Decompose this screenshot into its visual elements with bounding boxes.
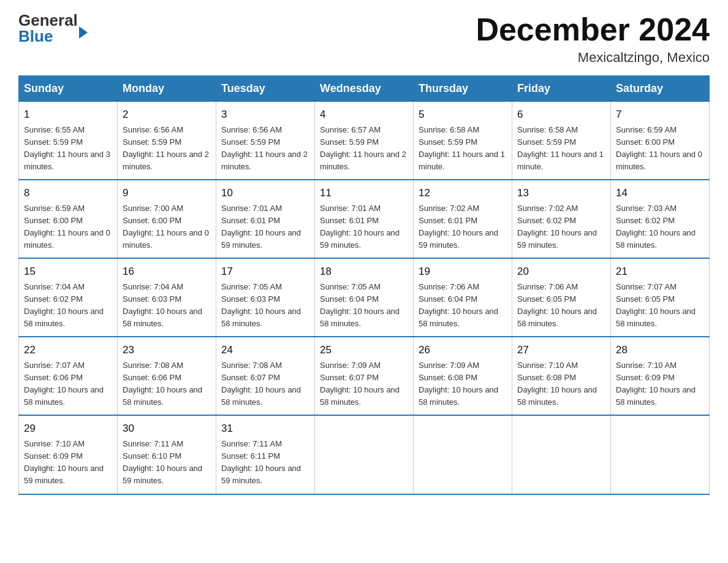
day-number: 18 (320, 264, 408, 280)
calendar-cell: 9Sunrise: 7:00 AMSunset: 6:00 PMDaylight… (118, 180, 216, 258)
header-saturday: Saturday (611, 76, 710, 102)
calendar-cell (611, 415, 710, 494)
calendar-cell: 6Sunrise: 6:58 AMSunset: 5:59 PMDaylight… (512, 102, 611, 180)
logo-general-text: General (18, 12, 78, 28)
header-sunday: Sunday (19, 76, 118, 102)
day-info: Sunrise: 7:06 AMSunset: 6:04 PMDaylight:… (419, 281, 507, 331)
calendar-week-2: 8Sunrise: 6:59 AMSunset: 6:00 PMDaylight… (19, 180, 710, 258)
calendar-cell: 25Sunrise: 7:09 AMSunset: 6:07 PMDayligh… (315, 337, 414, 415)
calendar-cell: 5Sunrise: 6:58 AMSunset: 5:59 PMDaylight… (414, 102, 512, 180)
day-number: 10 (221, 185, 309, 201)
day-number: 27 (517, 342, 605, 358)
header-tuesday: Tuesday (216, 76, 315, 102)
day-info: Sunrise: 7:07 AMSunset: 6:06 PMDaylight:… (24, 359, 112, 409)
calendar-cell: 30Sunrise: 7:11 AMSunset: 6:10 PMDayligh… (118, 415, 216, 494)
day-info: Sunrise: 6:56 AMSunset: 5:59 PMDaylight:… (123, 124, 211, 174)
day-number: 15 (24, 264, 112, 280)
day-number: 31 (221, 421, 309, 437)
day-number: 2 (123, 107, 211, 123)
page-header: General Blue December 2024 Mexicaltzingo… (18, 12, 710, 66)
day-number: 28 (616, 342, 704, 358)
day-info: Sunrise: 7:09 AMSunset: 6:08 PMDaylight:… (419, 359, 507, 409)
day-info: Sunrise: 7:04 AMSunset: 6:02 PMDaylight:… (24, 281, 112, 331)
calendar-cell: 10Sunrise: 7:01 AMSunset: 6:01 PMDayligh… (216, 180, 315, 258)
month-title: December 2024 (476, 12, 710, 47)
header-thursday: Thursday (414, 76, 512, 102)
day-number: 4 (320, 107, 408, 123)
calendar-cell: 29Sunrise: 7:10 AMSunset: 6:09 PMDayligh… (19, 415, 118, 494)
calendar-cell: 15Sunrise: 7:04 AMSunset: 6:02 PMDayligh… (19, 258, 118, 337)
header-monday: Monday (118, 76, 216, 102)
calendar-cell: 2Sunrise: 6:56 AMSunset: 5:59 PMDaylight… (118, 102, 216, 180)
calendar-cell: 18Sunrise: 7:05 AMSunset: 6:04 PMDayligh… (315, 258, 414, 337)
calendar-week-5: 29Sunrise: 7:10 AMSunset: 6:09 PMDayligh… (19, 415, 710, 494)
calendar-cell: 3Sunrise: 6:56 AMSunset: 5:59 PMDaylight… (216, 102, 315, 180)
day-number: 24 (221, 342, 309, 358)
logo-blue-text: Blue (18, 28, 78, 44)
day-info: Sunrise: 6:55 AMSunset: 5:59 PMDaylight:… (24, 124, 112, 174)
day-info: Sunrise: 7:01 AMSunset: 6:01 PMDaylight:… (320, 202, 408, 252)
day-info: Sunrise: 7:02 AMSunset: 6:01 PMDaylight:… (419, 202, 507, 252)
calendar-week-3: 15Sunrise: 7:04 AMSunset: 6:02 PMDayligh… (19, 258, 710, 337)
day-number: 17 (221, 264, 309, 280)
day-info: Sunrise: 7:08 AMSunset: 6:06 PMDaylight:… (123, 359, 211, 409)
day-info: Sunrise: 7:06 AMSunset: 6:05 PMDaylight:… (517, 281, 605, 331)
logo-arrow-icon (79, 26, 88, 39)
day-info: Sunrise: 6:56 AMSunset: 5:59 PMDaylight:… (221, 124, 309, 174)
calendar-week-4: 22Sunrise: 7:07 AMSunset: 6:06 PMDayligh… (19, 337, 710, 415)
calendar-cell (315, 415, 414, 494)
header-wednesday: Wednesday (315, 76, 414, 102)
day-number: 19 (419, 264, 507, 280)
calendar-cell: 31Sunrise: 7:11 AMSunset: 6:11 PMDayligh… (216, 415, 315, 494)
day-info: Sunrise: 7:03 AMSunset: 6:02 PMDaylight:… (616, 202, 704, 252)
day-number: 22 (24, 342, 112, 358)
calendar-cell (512, 415, 611, 494)
calendar-cell: 4Sunrise: 6:57 AMSunset: 5:59 PMDaylight… (315, 102, 414, 180)
calendar-cell: 19Sunrise: 7:06 AMSunset: 6:04 PMDayligh… (414, 258, 512, 337)
calendar-cell: 17Sunrise: 7:05 AMSunset: 6:03 PMDayligh… (216, 258, 315, 337)
day-number: 25 (320, 342, 408, 358)
day-info: Sunrise: 6:59 AMSunset: 6:00 PMDaylight:… (616, 124, 704, 174)
calendar-cell: 11Sunrise: 7:01 AMSunset: 6:01 PMDayligh… (315, 180, 414, 258)
calendar-cell: 12Sunrise: 7:02 AMSunset: 6:01 PMDayligh… (414, 180, 512, 258)
day-number: 6 (517, 107, 605, 123)
title-section: December 2024 Mexicaltzingo, Mexico (476, 12, 710, 66)
logo-text: General Blue (18, 12, 78, 44)
calendar-cell (414, 415, 512, 494)
day-number: 16 (123, 264, 211, 280)
day-number: 1 (24, 107, 112, 123)
day-info: Sunrise: 7:04 AMSunset: 6:03 PMDaylight:… (123, 281, 211, 331)
calendar-cell: 16Sunrise: 7:04 AMSunset: 6:03 PMDayligh… (118, 258, 216, 337)
day-number: 29 (24, 421, 112, 437)
day-info: Sunrise: 7:07 AMSunset: 6:05 PMDaylight:… (616, 281, 704, 331)
day-info: Sunrise: 7:11 AMSunset: 6:10 PMDaylight:… (123, 438, 211, 488)
day-info: Sunrise: 6:59 AMSunset: 6:00 PMDaylight:… (24, 202, 112, 252)
calendar-cell: 7Sunrise: 6:59 AMSunset: 6:00 PMDaylight… (611, 102, 710, 180)
calendar-cell: 27Sunrise: 7:10 AMSunset: 6:08 PMDayligh… (512, 337, 611, 415)
calendar-cell: 21Sunrise: 7:07 AMSunset: 6:05 PMDayligh… (611, 258, 710, 337)
day-info: Sunrise: 7:00 AMSunset: 6:00 PMDaylight:… (123, 202, 211, 252)
day-info: Sunrise: 7:08 AMSunset: 6:07 PMDaylight:… (221, 359, 309, 409)
header-friday: Friday (512, 76, 611, 102)
day-info: Sunrise: 6:58 AMSunset: 5:59 PMDaylight:… (419, 124, 507, 174)
calendar-cell: 28Sunrise: 7:10 AMSunset: 6:09 PMDayligh… (611, 337, 710, 415)
day-info: Sunrise: 7:02 AMSunset: 6:02 PMDaylight:… (517, 202, 605, 252)
calendar-week-1: 1Sunrise: 6:55 AMSunset: 5:59 PMDaylight… (19, 102, 710, 180)
day-number: 23 (123, 342, 211, 358)
calendar-cell: 8Sunrise: 6:59 AMSunset: 6:00 PMDaylight… (19, 180, 118, 258)
calendar-cell: 13Sunrise: 7:02 AMSunset: 6:02 PMDayligh… (512, 180, 611, 258)
day-number: 13 (517, 185, 605, 201)
day-number: 21 (616, 264, 704, 280)
calendar-cell: 23Sunrise: 7:08 AMSunset: 6:06 PMDayligh… (118, 337, 216, 415)
calendar-cell: 1Sunrise: 6:55 AMSunset: 5:59 PMDaylight… (19, 102, 118, 180)
calendar-cell: 14Sunrise: 7:03 AMSunset: 6:02 PMDayligh… (611, 180, 710, 258)
logo: General Blue (18, 12, 88, 44)
day-info: Sunrise: 7:11 AMSunset: 6:11 PMDaylight:… (221, 438, 309, 488)
calendar-cell: 22Sunrise: 7:07 AMSunset: 6:06 PMDayligh… (19, 337, 118, 415)
calendar-cell: 20Sunrise: 7:06 AMSunset: 6:05 PMDayligh… (512, 258, 611, 337)
day-number: 9 (123, 185, 211, 201)
calendar-body: 1Sunrise: 6:55 AMSunset: 5:59 PMDaylight… (19, 102, 710, 494)
day-number: 12 (419, 185, 507, 201)
day-number: 30 (123, 421, 211, 437)
day-info: Sunrise: 7:09 AMSunset: 6:07 PMDaylight:… (320, 359, 408, 409)
